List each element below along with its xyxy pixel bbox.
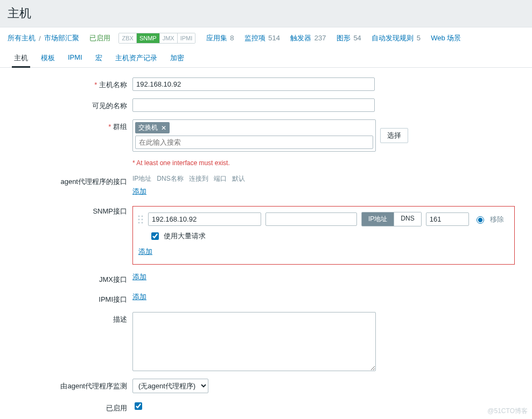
svg-point-1 — [142, 215, 143, 217]
page-title: 主机 — [8, 5, 524, 22]
visible-name-input[interactable] — [132, 98, 375, 112]
pill-zbx: ZBX — [119, 33, 136, 43]
snmp-default-radio[interactable] — [477, 216, 484, 224]
tab-templates[interactable]: 模板 — [34, 49, 61, 67]
svg-point-3 — [142, 218, 143, 220]
link-items[interactable]: 监控项 514 — [244, 33, 280, 43]
monitored-by-label: 由agent代理程序监测 — [8, 379, 132, 391]
monitored-by-select[interactable]: (无agent代理程序) — [132, 379, 208, 393]
link-web[interactable]: Web 场景 — [431, 33, 461, 43]
interface-columns: IP地址 DNS名称 连接到 端口 默认 — [132, 174, 245, 183]
svg-point-0 — [138, 215, 140, 217]
groups-select-button[interactable]: 选择 — [380, 128, 408, 143]
svg-point-5 — [142, 222, 143, 223]
groups-multiselect[interactable]: 交换机 ✕ — [132, 119, 376, 152]
tabbar: 主机 模板 IPMI 宏 主机资产记录 加密 — [0, 49, 532, 68]
agent-add-link[interactable]: 添加 — [132, 187, 146, 196]
visible-name-label: 可见的名称 — [8, 98, 132, 111]
tab-inventory[interactable]: 主机资产记录 — [109, 49, 164, 67]
snmp-port-input[interactable] — [426, 212, 469, 226]
snmp-connect-dns[interactable]: DNS — [394, 212, 421, 226]
tab-ipmi[interactable]: IPMI — [61, 49, 89, 67]
jmx-add-link[interactable]: 添加 — [132, 272, 146, 282]
link-discovery[interactable]: 自动发现规则 5 — [372, 33, 421, 43]
description-textarea[interactable] — [132, 312, 376, 371]
group-tag-label: 交换机 — [138, 123, 158, 132]
link-triggers[interactable]: 触发器 237 — [290, 33, 326, 43]
tab-encryption[interactable]: 加密 — [164, 49, 191, 67]
snmp-ip-input[interactable] — [148, 212, 261, 226]
pill-jmx: JMX — [159, 33, 177, 43]
snmp-connect-toggle[interactable]: IP地址 DNS — [361, 212, 422, 226]
jmx-iface-label: JMX接口 — [8, 272, 132, 285]
agent-iface-label: agent代理程序的接口 — [8, 174, 132, 187]
host-name-label: 主机名称 — [8, 77, 132, 90]
pill-snmp: SNMP — [136, 33, 159, 43]
host-name-input[interactable] — [132, 77, 375, 91]
pill-ipmi: IPMI — [177, 33, 195, 43]
ipmi-add-link[interactable]: 添加 — [132, 292, 146, 302]
group-tag-remove-icon[interactable]: ✕ — [161, 124, 166, 132]
status-enabled: 已启用 — [89, 33, 110, 43]
breadcrumb-current[interactable]: 市场部汇聚 — [44, 33, 79, 43]
interface-warning: * At least one interface must exist. — [132, 159, 230, 167]
snmp-remove-link[interactable]: 移除 — [490, 215, 504, 224]
snmp-connect-ip[interactable]: IP地址 — [362, 212, 394, 226]
snmp-iface-label: SNMP接口 — [8, 204, 132, 216]
enabled-checkbox[interactable] — [135, 402, 142, 410]
breadcrumb-separator: / — [39, 34, 41, 42]
snmp-add-link[interactable]: 添加 — [138, 247, 152, 255]
tab-host[interactable]: 主机 — [8, 49, 34, 67]
snmp-section-highlight: IP地址 DNS 移除 使用大量请求 添加 — [132, 206, 515, 265]
breadcrumb-all-hosts[interactable]: 所有主机 — [8, 33, 36, 43]
ipmi-iface-label: IPMI接口 — [8, 292, 132, 304]
svg-point-4 — [138, 222, 140, 223]
snmp-dns-input[interactable] — [265, 212, 357, 226]
groups-label: 群组 — [8, 119, 132, 132]
availability-pills: ZBX SNMP JMX IPMI — [118, 33, 195, 44]
drag-handle-icon[interactable] — [137, 213, 144, 226]
description-label: 描述 — [8, 312, 132, 324]
snmp-bulk-checkbox[interactable] — [151, 232, 159, 240]
breadcrumb: 所有主机 / 市场部汇聚 已启用 ZBX SNMP JMX IPMI 应用集 8… — [0, 27, 532, 47]
group-tag: 交换机 ✕ — [135, 122, 170, 133]
svg-point-2 — [138, 218, 140, 220]
tab-macros[interactable]: 宏 — [89, 49, 109, 67]
link-graphs[interactable]: 图形 54 — [337, 33, 361, 43]
link-applications[interactable]: 应用集 8 — [206, 33, 234, 43]
snmp-bulk-label: 使用大量请求 — [164, 231, 206, 241]
enabled-label: 已启用 — [8, 401, 132, 413]
groups-search-input[interactable] — [135, 136, 373, 149]
